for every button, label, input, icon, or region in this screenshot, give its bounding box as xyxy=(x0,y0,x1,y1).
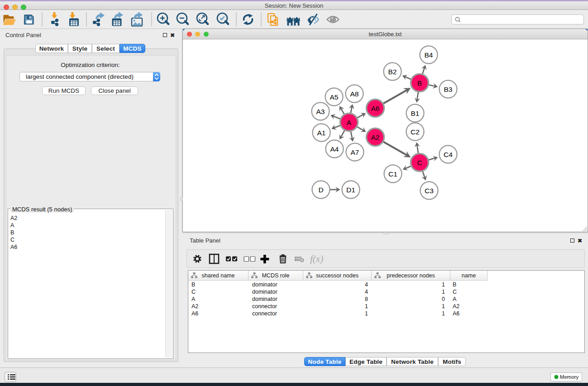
svg-text:B1: B1 xyxy=(411,110,420,117)
svg-text:A6: A6 xyxy=(371,105,380,112)
svg-text:C4: C4 xyxy=(444,151,453,158)
svg-text:A5: A5 xyxy=(330,93,339,101)
svg-text:D: D xyxy=(318,186,323,194)
svg-text:A: A xyxy=(347,119,352,126)
svg-text:A7: A7 xyxy=(351,148,359,156)
svg-text:A4: A4 xyxy=(330,145,339,153)
svg-text:f(x): f(x) xyxy=(310,253,323,264)
svg-text:B4: B4 xyxy=(425,51,433,59)
svg-text:D1: D1 xyxy=(346,186,355,194)
svg-text:C3: C3 xyxy=(425,187,434,195)
svg-text:B2: B2 xyxy=(388,68,397,76)
svg-text:C2: C2 xyxy=(411,128,420,136)
svg-text:A3: A3 xyxy=(316,108,325,115)
svg-text:A1: A1 xyxy=(317,129,326,137)
svg-text:A8: A8 xyxy=(350,90,359,98)
svg-text:C1: C1 xyxy=(388,170,397,178)
svg-text:B: B xyxy=(417,79,422,87)
svg-text:A2: A2 xyxy=(371,133,380,141)
svg-text:C: C xyxy=(417,159,422,167)
svg-text:B3: B3 xyxy=(444,86,453,93)
